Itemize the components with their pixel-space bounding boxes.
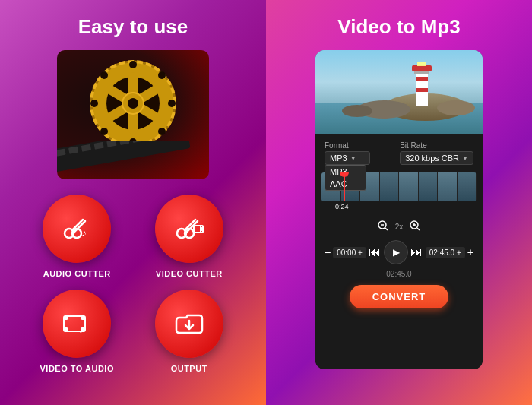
svg-text:♪: ♪: [79, 323, 84, 335]
end-time-control: 02:45.0 + +: [426, 246, 473, 258]
format-option-aac[interactable]: AAC: [325, 178, 366, 190]
timeline-frame-8: [458, 172, 477, 201]
video-cutter-button[interactable]: VIDEO CUTTER: [139, 195, 240, 278]
zoom-level-label: 2x: [395, 223, 404, 231]
video-to-audio-label: VIDEO TO AUDIO: [40, 364, 114, 373]
svg-rect-38: [64, 327, 68, 331]
timeline-frame-5: [399, 172, 419, 201]
play-icon: ▶: [393, 247, 400, 258]
end-time-plus-button[interactable]: +: [467, 246, 473, 258]
svg-point-11: [168, 100, 176, 107]
svg-point-10: [90, 100, 98, 107]
zoom-in-button[interactable]: [409, 220, 421, 234]
svg-point-54: [342, 105, 372, 117]
film-reel-bg: [57, 50, 209, 179]
timeline-container: 0:24: [321, 172, 477, 201]
video-to-audio-button[interactable]: ♪ VIDEO TO AUDIO: [27, 290, 128, 373]
svg-rect-49: [414, 71, 429, 74]
audio-cutter-label: AUDIO CUTTER: [43, 269, 111, 278]
svg-line-57: [385, 228, 388, 230]
svg-point-53: [437, 100, 475, 115]
format-chevron-icon: ▼: [350, 155, 356, 162]
format-dropdown[interactable]: MP3 ▼: [325, 151, 370, 165]
video-thumbnail: [315, 50, 483, 134]
timeline-frame-7: [438, 172, 458, 201]
start-time-control: − 00:00 +: [325, 246, 366, 258]
video-to-audio-icon: ♪: [60, 307, 93, 340]
svg-point-15: [100, 128, 108, 135]
left-title: Easy to use: [78, 15, 188, 39]
bitrate-label: Bit Rate: [400, 141, 473, 150]
format-dropdown-container: MP3 ▼ MP3 AAC: [325, 151, 370, 165]
convert-button[interactable]: CONVERT: [350, 285, 449, 308]
svg-rect-39: [81, 316, 85, 320]
video-cutter-icon: [173, 212, 206, 245]
zoom-in-icon: [409, 220, 421, 232]
skip-backward-button[interactable]: ⏮: [369, 245, 381, 259]
controls-area: Format MP3 ▼ MP3 AAC: [315, 134, 483, 369]
phone-screen: Format MP3 ▼ MP3 AAC: [315, 50, 483, 369]
timeline-strip[interactable]: [321, 172, 477, 201]
svg-point-12: [100, 71, 108, 79]
format-dropdown-list: MP3 AAC: [325, 165, 366, 191]
bitrate-selected: 320 kbps CBR: [405, 153, 459, 163]
left-panel: Easy to use: [0, 0, 266, 405]
format-bitrate-row: Format MP3 ▼ MP3 AAC: [321, 140, 477, 166]
svg-point-13: [158, 128, 166, 135]
video-cutter-label: VIDEO CUTTER: [156, 269, 223, 278]
bitrate-section: Bit Rate 320 kbps CBR ▼: [400, 141, 473, 165]
zoom-out-icon: [377, 220, 389, 232]
start-time-display: 00:00 +: [333, 247, 366, 258]
app-buttons-grid: ♪ AUDIO CUTTER VIDEO CUTTER: [27, 195, 239, 373]
svg-rect-43: [315, 50, 483, 103]
timeline-marker-line: [344, 172, 345, 201]
timeline-frame-6: [419, 172, 439, 201]
audio-cutter-circle: ♪: [43, 195, 111, 263]
audio-cutter-icon: ♪: [60, 212, 93, 245]
zoom-controls: 2x: [321, 218, 477, 236]
format-section: Format MP3 ▼ MP3 AAC: [325, 141, 370, 165]
film-strip-icon: [57, 141, 209, 179]
svg-text:♪: ♪: [81, 226, 87, 239]
svg-rect-16: [57, 141, 191, 172]
video-cutter-circle: [155, 195, 223, 263]
svg-line-61: [417, 228, 420, 230]
convert-btn-row: CONVERT: [321, 282, 477, 312]
svg-point-7: [128, 98, 138, 109]
total-time-display: 02:45.0: [386, 270, 411, 278]
format-selected: MP3: [330, 153, 347, 163]
output-icon: [173, 307, 206, 340]
svg-rect-51: [416, 88, 428, 92]
bitrate-dropdown[interactable]: 320 kbps CBR ▼: [400, 151, 473, 165]
svg-rect-50: [416, 77, 428, 81]
play-button[interactable]: ▶: [384, 240, 408, 264]
video-scene: [315, 50, 483, 134]
video-to-audio-circle: ♪: [43, 290, 111, 358]
svg-rect-52: [417, 62, 426, 66]
start-time-minus-button[interactable]: −: [325, 246, 331, 258]
timeline-frame-4: [380, 172, 400, 201]
right-title: Video to Mp3: [337, 15, 460, 39]
right-panel: Video to Mp3: [266, 0, 532, 405]
end-time-display: 02:45.0 +: [426, 247, 465, 258]
output-button[interactable]: OUTPUT: [139, 290, 240, 373]
zoom-out-button[interactable]: [377, 220, 389, 234]
timeline-position-label: 0:24: [335, 203, 349, 210]
svg-point-14: [158, 71, 166, 79]
svg-rect-48: [412, 65, 432, 71]
audio-cutter-button[interactable]: ♪ AUDIO CUTTER: [27, 195, 128, 278]
playback-row: − 00:00 + ⏮ ▶ ⏭ 02:45.0 + +: [321, 239, 477, 266]
output-label: OUTPUT: [171, 364, 207, 373]
total-time-row: 02:45.0: [321, 269, 477, 279]
svg-point-8: [129, 61, 137, 68]
film-reel-container: [57, 50, 209, 179]
bitrate-chevron-icon: ▼: [462, 155, 468, 162]
svg-rect-37: [64, 316, 68, 320]
skip-forward-button[interactable]: ⏭: [410, 245, 423, 259]
output-circle: [155, 290, 223, 358]
format-label: Format: [325, 141, 370, 150]
svg-rect-47: [416, 69, 428, 106]
